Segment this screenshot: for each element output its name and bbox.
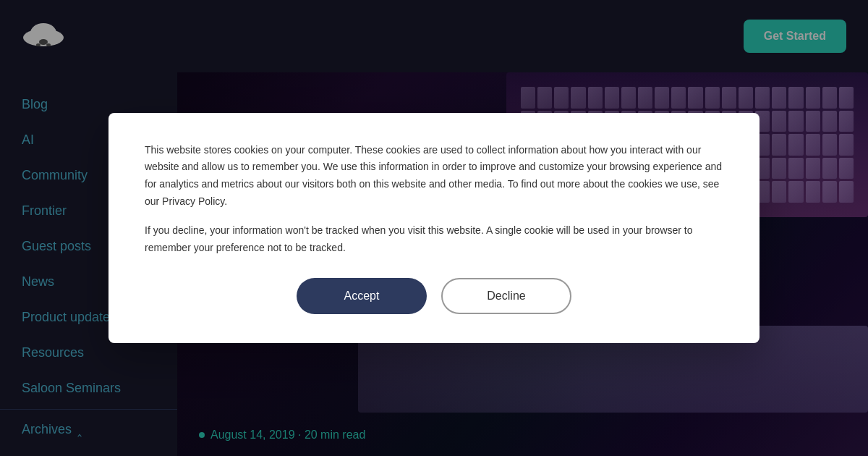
cookie-text-primary: This website stores cookies on your comp…	[145, 142, 723, 211]
cookie-buttons: Accept Decline	[145, 278, 723, 314]
cookie-modal: This website stores cookies on your comp…	[109, 113, 760, 344]
decline-button[interactable]: Decline	[441, 278, 571, 314]
accept-button[interactable]: Accept	[297, 278, 427, 314]
cookie-overlay: This website stores cookies on your comp…	[0, 0, 868, 456]
cookie-text-secondary: If you decline, your information won't b…	[145, 222, 723, 257]
